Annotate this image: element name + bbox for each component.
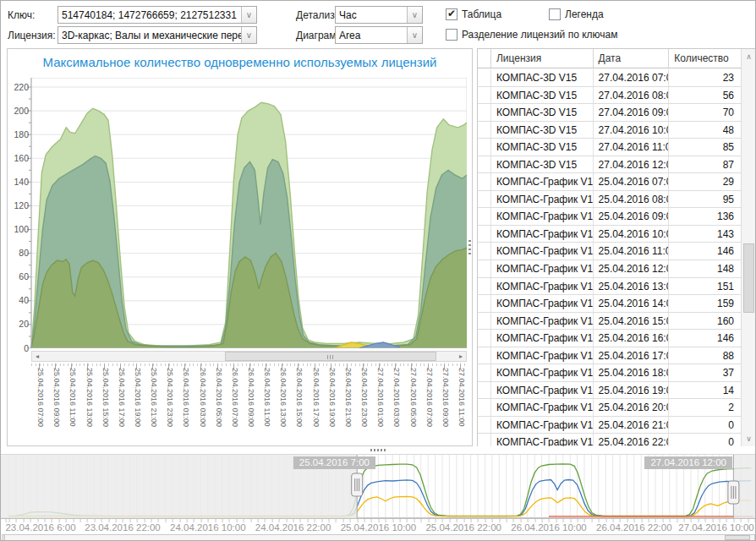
x-axis-label: 25.04.2016 23:00 bbox=[163, 368, 174, 448]
cell-count: 37 bbox=[669, 364, 741, 381]
x-axis-label: 27.04.2016 07:00 bbox=[423, 368, 434, 448]
table-row[interactable]: КОМПАС-3D V1527.04.2016 10:0048 bbox=[478, 122, 741, 139]
x-axis-label: 25.04.2016 17:00 bbox=[115, 368, 126, 448]
table-row[interactable]: КОМПАС-График V1525.04.2016 14:00159 bbox=[478, 295, 741, 313]
table-row[interactable]: КОМПАС-График V1525.04.2016 07:0029 bbox=[478, 173, 741, 191]
cell-license: КОМПАС-График V15 bbox=[491, 382, 594, 399]
table-row[interactable]: КОМПАС-График V1525.04.2016 22:000 bbox=[478, 434, 741, 446]
license-area-chart[interactable] bbox=[26, 78, 467, 348]
table-row[interactable]: КОМПАС-График V1525.04.2016 15:00160 bbox=[478, 313, 741, 331]
panel-splitter-horizontal[interactable] bbox=[370, 449, 386, 451]
license-dropdown-button[interactable]: ∨ bbox=[241, 27, 256, 43]
cell-count: 0 bbox=[669, 434, 741, 446]
table-row[interactable]: КОМПАС-График V1525.04.2016 13:00151 bbox=[478, 278, 741, 296]
chart-hscrollbar[interactable]: ◂ ▸ bbox=[31, 351, 467, 362]
table-row[interactable]: КОМПАС-3D V1527.04.2016 07:0023 bbox=[478, 69, 741, 87]
timeline-panel[interactable]: 25.04.2016 7:00 27.04.2016 12:00 bbox=[1, 454, 756, 518]
scroll-right-icon[interactable]: ▸ bbox=[456, 352, 466, 361]
license-combobox[interactable]: 3D-каркас; Валы и механические передач..… bbox=[58, 26, 257, 44]
cell-count: 29 bbox=[669, 173, 741, 190]
x-axis-label: 25.04.2016 19:00 bbox=[131, 368, 142, 448]
cell-date: 25.04.2016 16:00 bbox=[594, 330, 670, 347]
check-icon: ✔ bbox=[447, 8, 456, 19]
cell-count: 23 bbox=[669, 69, 741, 86]
cell-date: 25.04.2016 10:00 bbox=[594, 226, 670, 243]
bottom-scrollbar[interactable] bbox=[2, 534, 755, 541]
checkbox-box[interactable]: ✔ bbox=[446, 8, 457, 20]
y-axis-label: 0 bbox=[8, 343, 29, 353]
scroll-down-icon[interactable]: ∨ bbox=[742, 432, 756, 445]
checkbox-box[interactable]: ✔ bbox=[549, 8, 561, 20]
cell-count: 48 bbox=[669, 122, 741, 139]
cell-indicator bbox=[478, 173, 491, 190]
y-axis-label: 40 bbox=[8, 295, 29, 305]
table-row[interactable]: КОМПАС-3D V1527.04.2016 09:0070 bbox=[478, 104, 741, 122]
table-row[interactable]: КОМПАС-График V1525.04.2016 16:00146 bbox=[478, 330, 741, 347]
table-scrollbar-thumb[interactable] bbox=[743, 243, 754, 313]
table-row[interactable]: КОМПАС-График V1525.04.2016 09:00136 bbox=[478, 208, 741, 226]
y-axis-label: 100 bbox=[8, 224, 29, 234]
table-row[interactable]: КОМПАС-График V1525.04.2016 11:00146 bbox=[478, 243, 741, 260]
cell-license: КОМПАС-3D V15 bbox=[491, 104, 594, 121]
table-row[interactable]: КОМПАС-График V1525.04.2016 19:0014 bbox=[478, 382, 741, 400]
table-row[interactable]: КОМПАС-График V1525.04.2016 21:000 bbox=[478, 417, 741, 434]
panel-splitter-vertical[interactable] bbox=[468, 240, 471, 255]
detail-combobox[interactable]: Час ∨ bbox=[335, 6, 423, 24]
key-combobox[interactable]: 514740184; 1472766659; 2127512331 ∨ bbox=[58, 6, 257, 24]
diagram-dropdown-button[interactable]: ∨ bbox=[407, 27, 422, 43]
license-label: Лицензия: bbox=[8, 30, 56, 41]
table-row[interactable]: КОМПАС-График V1525.04.2016 08:0095 bbox=[478, 191, 741, 209]
cell-date: 25.04.2016 21:00 bbox=[594, 417, 670, 434]
diagram-combobox[interactable]: Area ∨ bbox=[335, 26, 423, 44]
range-handle-right[interactable] bbox=[728, 481, 739, 504]
table-row[interactable]: КОМПАС-График V1525.04.2016 10:00143 bbox=[478, 226, 741, 243]
x-axis-label: 27.04.2016 11:00 bbox=[455, 368, 466, 448]
x-axis-label: 26.04.2016 15:00 bbox=[293, 368, 304, 448]
table-checkbox[interactable]: ✔ Таблица bbox=[446, 8, 501, 21]
split-by-keys-checkbox[interactable]: ✔ Разделение лицензий по ключам bbox=[446, 28, 617, 41]
key-combobox-value: 514740184; 1472766659; 2127512331 bbox=[58, 7, 241, 23]
timeline-chart[interactable] bbox=[1, 455, 756, 519]
cell-indicator bbox=[478, 87, 491, 104]
key-dropdown-button[interactable]: ∨ bbox=[241, 7, 256, 23]
scroll-left-icon[interactable]: ◂ bbox=[32, 352, 42, 361]
header-cell-license[interactable]: Лицензия bbox=[491, 49, 594, 68]
cell-date: 25.04.2016 11:00 bbox=[594, 243, 670, 260]
chart-hscrollbar-thumb[interactable] bbox=[225, 352, 436, 361]
cell-count: 143 bbox=[669, 226, 741, 243]
cell-license: КОМПАС-3D V15 bbox=[491, 122, 594, 139]
cell-date: 25.04.2016 07:00 bbox=[594, 173, 670, 190]
range-handle-left[interactable] bbox=[352, 473, 363, 496]
table-row[interactable]: КОМПАС-3D V1527.04.2016 11:0085 bbox=[478, 139, 741, 156]
x-axis-label: 26.04.2016 01:00 bbox=[179, 368, 190, 448]
cell-indicator bbox=[478, 278, 491, 295]
cell-license: КОМПАС-3D V15 bbox=[491, 156, 594, 173]
cell-count: 146 bbox=[669, 243, 741, 260]
cell-indicator bbox=[478, 243, 491, 260]
table-row[interactable]: КОМПАС-График V1525.04.2016 20:002 bbox=[478, 399, 741, 417]
table-row[interactable]: КОМПАС-3D V1527.04.2016 12:0087 bbox=[478, 156, 741, 174]
timeline-label: 26.04.2016 22:00 bbox=[595, 522, 673, 533]
header-cell-date[interactable]: Дата bbox=[594, 49, 670, 68]
y-axis-label: 200 bbox=[8, 106, 29, 116]
table-row[interactable]: КОМПАС-3D V1527.04.2016 08:0056 bbox=[478, 87, 741, 105]
table-row[interactable]: КОМПАС-График V1525.04.2016 17:0088 bbox=[478, 347, 741, 365]
split-by-keys-checkbox-label: Разделение лицензий по ключам bbox=[462, 29, 617, 41]
cell-date: 25.04.2016 22:00 bbox=[594, 434, 670, 446]
cell-license: КОМПАС-3D V15 bbox=[491, 69, 594, 86]
legend-checkbox[interactable]: ✔ Легенда bbox=[549, 8, 604, 21]
y-axis-label: 80 bbox=[8, 248, 29, 258]
detail-dropdown-button[interactable]: ∨ bbox=[407, 7, 422, 23]
header-cell-count[interactable]: Количество bbox=[669, 49, 741, 68]
cell-count: 146 bbox=[669, 330, 741, 347]
x-axis-label: 26.04.2016 13:00 bbox=[277, 368, 288, 448]
checkbox-box[interactable]: ✔ bbox=[446, 29, 457, 41]
bottom-scrollbar-thumb[interactable] bbox=[725, 535, 750, 540]
scroll-up-icon[interactable]: ∧ bbox=[742, 50, 756, 63]
table-row[interactable]: КОМПАС-График V1525.04.2016 12:00148 bbox=[478, 260, 741, 278]
table-row[interactable]: КОМПАС-График V1525.04.2016 18:0037 bbox=[478, 364, 741, 382]
timeline-label: 26.04.2016 10:00 bbox=[510, 522, 588, 533]
timeline-label: 23.04.2016 22:00 bbox=[84, 522, 162, 533]
license-monitor-window: Ключ: 514740184; 1472766659; 2127512331 … bbox=[0, 0, 756, 541]
table-scrollbar[interactable]: ∧ ∨ bbox=[741, 49, 756, 446]
